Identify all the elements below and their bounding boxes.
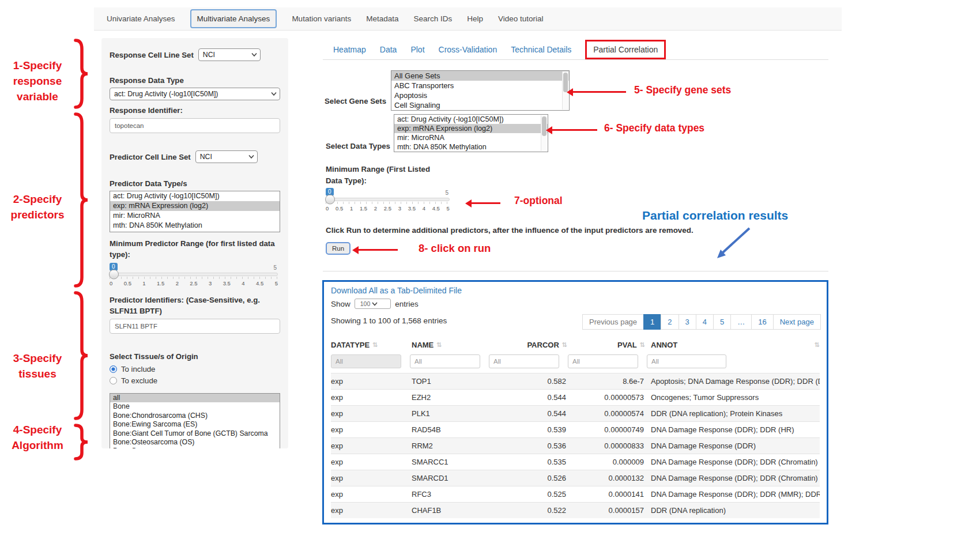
cell-parcor: 0.525: [512, 490, 567, 499]
filter-input-parcor[interactable]: [489, 354, 559, 368]
slider-track[interactable]: [110, 273, 278, 276]
next-page-button[interactable]: Next page: [773, 314, 821, 330]
column-header-datatype[interactable]: DATATYPE⇅: [331, 341, 412, 349]
column-header-pval[interactable]: PVAL⇅: [567, 341, 645, 349]
column-header-annot[interactable]: ANNOT⇅: [645, 341, 820, 349]
nav-item[interactable]: Multivariate Analyses: [190, 9, 277, 28]
run-button[interactable]: Run: [326, 242, 350, 255]
table-row[interactable]: exp PLK1 0.544 0.00000574 DDR (DNA repli…: [331, 405, 820, 421]
tissue-radio[interactable]: To exclude: [110, 376, 280, 385]
table-row[interactable]: exp CHAF1B 0.522 0.0000157 DDR (DNA repl…: [331, 502, 820, 518]
tick-label: 0: [326, 205, 329, 212]
app-window: Univariate AnalysesMultivariate Analyses…: [0, 0, 980, 551]
predictor-data-types-listbox[interactable]: act: Drug Activity (-log10[IC50M])exp: m…: [110, 191, 280, 232]
slider-track[interactable]: [326, 198, 450, 201]
table-row[interactable]: exp EZH2 0.544 0.00000573 Oncogenes; Tum…: [331, 389, 820, 405]
previous-page-button[interactable]: Previous page: [582, 314, 644, 330]
table-row[interactable]: exp RAD54B 0.539 0.00000749 DNA Damage R…: [331, 421, 820, 437]
listbox-option[interactable]: exp: mRNA Expression (log2): [110, 201, 280, 211]
listbox-option[interactable]: Bone:Chondrosarcoma (CHS): [110, 412, 280, 420]
column-header-parcor[interactable]: PARCOR⇅: [512, 341, 567, 349]
filter-input-datatype[interactable]: [331, 354, 401, 368]
filter-input-name[interactable]: [410, 354, 480, 368]
listbox-option[interactable]: exp: mRNA Expression (log2): [394, 124, 548, 133]
tissue-radio[interactable]: To include: [110, 365, 280, 373]
predictor-cell-line-set-select[interactable]: NCI: [195, 150, 258, 163]
page-number-button[interactable]: …: [730, 314, 752, 330]
tick-label: 4: [242, 280, 244, 286]
sort-icon[interactable]: ⇅: [372, 341, 378, 349]
nav-item[interactable]: Video tutorial: [498, 14, 544, 23]
nav-item[interactable]: Metadata: [366, 14, 398, 23]
listbox-option[interactable]: Bone:Giant Cell Tumor of Bone (GCTB) Sar…: [110, 429, 280, 438]
listbox-option[interactable]: Bone: [110, 402, 280, 411]
response-identifier-input[interactable]: topotecan: [110, 118, 280, 133]
tick-label: 1: [350, 205, 353, 212]
page-number-button[interactable]: 5: [713, 314, 731, 330]
listbox-option[interactable]: mth: DNA 850K Methylation: [110, 221, 280, 231]
page-number-button[interactable]: 2: [661, 314, 679, 330]
column-header-name[interactable]: NAME⇅: [412, 341, 512, 349]
slider-handle[interactable]: [325, 195, 335, 205]
listbox-option[interactable]: mir: MicroRNA: [394, 133, 548, 142]
table-row[interactable]: exp SMARCC1 0.535 0.000009 DNA Damage Re…: [331, 454, 820, 470]
sort-icon[interactable]: ⇅: [562, 341, 567, 349]
table-row[interactable]: exp RFC3 0.525 0.0000141 DNA Damage Resp…: [331, 486, 820, 502]
sort-icon[interactable]: ⇅: [640, 341, 645, 349]
tissue-listbox[interactable]: allBoneBone:Chondrosarcoma (CHS)Bone:Ewi…: [110, 393, 280, 448]
sort-icon[interactable]: ⇅: [815, 341, 820, 349]
nav-item[interactable]: Help: [467, 14, 483, 23]
listbox-option[interactable]: Bone:Sarcoma: [110, 447, 280, 448]
page-number-button[interactable]: 16: [751, 314, 773, 330]
nav-item[interactable]: Search IDs: [413, 14, 452, 23]
page-size-select[interactable]: 100: [355, 299, 391, 309]
result-tab[interactable]: Cross-Validation: [439, 45, 497, 54]
annotation-step1: 1-Specify response variable: [3, 58, 71, 104]
response-cell-line-set-select[interactable]: NCI: [198, 48, 261, 61]
response-data-type-label: Response Data Type: [110, 75, 280, 86]
listbox-option[interactable]: Apoptosis: [391, 90, 569, 100]
cell-parcor: 0.526: [512, 474, 567, 482]
page-number-button[interactable]: 4: [696, 314, 714, 330]
result-tab[interactable]: Technical Details: [511, 45, 571, 54]
listbox-option[interactable]: mir: MicroRNA: [110, 211, 280, 221]
sort-icon[interactable]: ⇅: [436, 341, 442, 349]
slider-tickmarks: [326, 202, 450, 204]
control-sidebar: Response Cell Line Set NCI Response Data…: [101, 38, 288, 448]
listbox-option[interactable]: Bone:Osteosarcoma (OS): [110, 438, 280, 447]
result-tab[interactable]: Heatmap: [333, 45, 366, 54]
result-tab[interactable]: Plot: [410, 45, 424, 54]
nav-item[interactable]: Mutation variants: [292, 14, 351, 23]
listbox-option[interactable]: Cell Signaling: [391, 100, 569, 110]
page-number-button[interactable]: 1: [643, 314, 661, 330]
download-link[interactable]: Download All as a Tab-Delimited File: [331, 286, 462, 295]
radio-label: To exclude: [121, 376, 157, 385]
showing-summary: Showing 1 to 100 of 1,568 entries: [331, 316, 447, 325]
annotation-brace-2: [71, 112, 91, 288]
cell-name: SMARCC1: [412, 458, 512, 466]
table-row[interactable]: exp SMARCD1 0.526 0.0000132 DNA Damage R…: [331, 470, 820, 486]
gene-sets-listbox[interactable]: All Gene SetsABC TransportersApoptosisCe…: [391, 70, 570, 111]
filter-input-pval[interactable]: [568, 354, 638, 368]
table-row[interactable]: exp RRM2 0.536 0.00000833 DNA Damage Res…: [331, 437, 820, 454]
listbox-option[interactable]: act: Drug Activity (-log10[IC50M]): [394, 115, 548, 124]
data-types-listbox[interactable]: act: Drug Activity (-log10[IC50M])exp: m…: [394, 114, 548, 152]
result-tab[interactable]: Data: [380, 45, 397, 54]
slider-handle[interactable]: [109, 270, 119, 280]
listbox-option[interactable]: Bone:Ewing Sarcoma (ES): [110, 420, 280, 429]
response-data-type-select[interactable]: act: Drug Activity (-log10[IC50M]): [110, 88, 280, 100]
predictor-identifiers-input[interactable]: SLFN11 BPTF: [110, 319, 280, 334]
result-tab[interactable]: Partial Correlation: [585, 40, 666, 59]
page-number-button[interactable]: 3: [679, 314, 696, 330]
chevron-down-icon: [251, 53, 257, 57]
listbox-option[interactable]: mth: DNA 850K Methylation: [394, 142, 548, 152]
filter-input-annot[interactable]: [647, 354, 726, 368]
table-row[interactable]: exp TOP1 0.582 8.6e-7 Apoptosis; DNA Dam…: [331, 373, 820, 389]
annotation-brace-3: [71, 290, 91, 421]
listbox-option[interactable]: All Gene Sets: [391, 71, 569, 81]
listbox-option[interactable]: ABC Transporters: [391, 81, 569, 90]
tick-label: 2.5: [190, 280, 197, 286]
listbox-option[interactable]: all: [110, 394, 280, 402]
nav-item[interactable]: Univariate Analyses: [107, 14, 175, 23]
listbox-option[interactable]: act: Drug Activity (-log10[IC50M]): [110, 191, 280, 201]
